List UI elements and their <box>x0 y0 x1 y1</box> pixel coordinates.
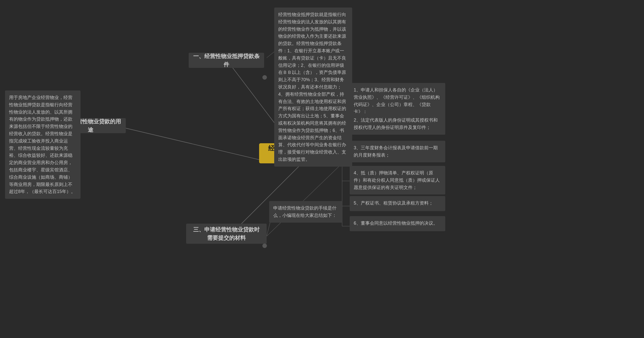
leaf3-3-text: 3、三年度财务会计报表及申请借款前一期的月度财务报表； <box>354 145 438 158</box>
leaf3-intro-text: 申请经营性物业贷款的手续是什么，小编现在给大家总结如下： <box>273 206 337 218</box>
leaf3-5-text: 5、产权证书、租赁协议及承租方资料； <box>354 201 433 206</box>
branch1-label: 一、经营性物业抵押贷款条件 <box>193 52 260 69</box>
leaf3-4-text: 4、抵（质）押物清单、产权权证明（原件）和有处分权人同意抵（质）押或保证人愿意提… <box>354 170 440 190</box>
leaf2-text: 用于房地产企业经营物业，经营性物业抵押贷款是指银行向经营性物业的法人发放的、以其… <box>9 95 75 194</box>
leaf3-6-node: 6、董事会同意以经营性物业抵押的决议。 <box>350 216 445 231</box>
leaf1-node: 经营性物业抵押贷款就是指银行向经营性物业的法人发放的以其拥有的经营性物业作为抵押… <box>274 8 352 167</box>
branch1-node: 一、经营性物业抵押贷款条件 <box>189 53 264 68</box>
leaf3-1-text: 1、申请人和担保人各自的《企业（法人）营业执照》、《经营许可证》、《组织机构代码… <box>354 87 440 114</box>
leaf3-4-node: 4、抵（质）押物清单、产权权证明（原件）和有处分权人同意抵（质）押或保证人愿意提… <box>350 166 445 195</box>
connector-dot-branch1 <box>262 75 267 80</box>
leaf3-5-node: 5、产权证书、租赁协议及承租方资料； <box>350 196 445 211</box>
connector-dot-branch3 <box>262 244 267 248</box>
leaf3-2-text: 2、法定代表版人的身份证明或其授权书和授权代理人的身份证明原件及复印件； <box>354 118 438 130</box>
leaf3-2-node: 2、法定代表版人的身份证明或其授权书和授权代理人的身份证明原件及复印件； <box>350 113 445 135</box>
branch3-label: 三、申请经营性物业贷款时需要提交的材料 <box>191 225 262 242</box>
svg-line-12 <box>267 163 342 236</box>
leaf3-6-text: 6、董事会同意以经营性物业抵押的决议。 <box>354 221 438 226</box>
svg-line-1 <box>126 128 264 161</box>
leaf3-intro-node: 申请经营性物业贷款的手续是什么，小编现在给大家总结如下： <box>269 201 342 223</box>
leaf2-node: 用于房地产企业经营物业，经营性物业抵押贷款是指银行向经营性物业的法人发放的、以其… <box>5 90 80 199</box>
leaf3-3-node: 3、三年度财务会计报表及申请借款前一期的月度财务报表； <box>350 141 445 162</box>
mindmap-container: 经营性物业抵押贷款条件 一、经营性物业抵押贷款条件 二、经营性物业贷款的用途 三… <box>0 0 644 338</box>
branch3-node: 三、申请经营性物业贷款时需要提交的材料 <box>186 224 267 244</box>
leaf1-text: 经营性物业抵押贷款就是指银行向经营性物业的法人发放的以其拥有的经营性物业作为抵押… <box>278 12 346 162</box>
